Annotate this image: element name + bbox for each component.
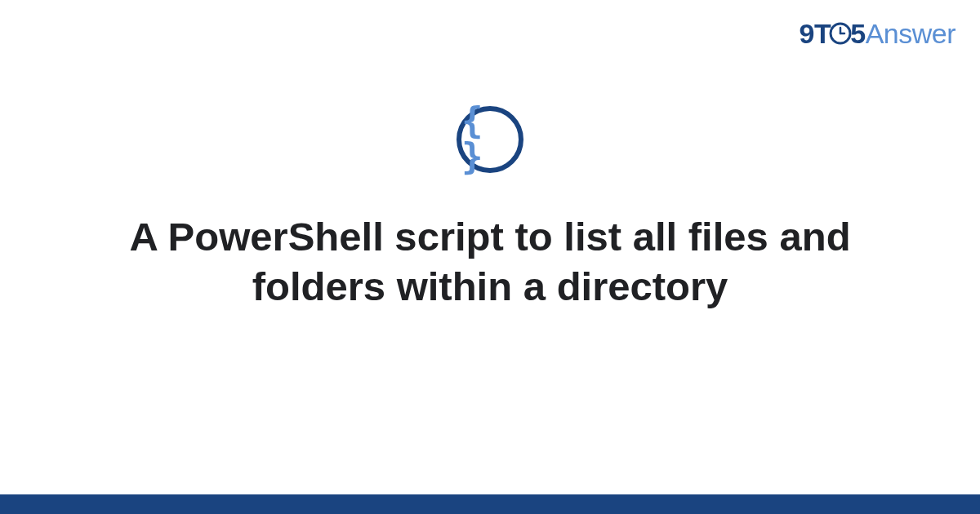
clock-icon — [829, 20, 852, 51]
code-braces-icon: { } — [457, 106, 523, 173]
logo-text-answer: Answer — [866, 18, 956, 49]
brand-logo: 9T5Answer — [800, 18, 956, 51]
logo-text-5: 5 — [850, 18, 865, 49]
bottom-accent-bar — [0, 494, 980, 514]
content-area: { } A PowerShell script to list all file… — [0, 106, 980, 312]
logo-text-9t: 9T — [800, 18, 831, 49]
page-title: A PowerShell script to list all files an… — [82, 212, 898, 312]
brace-glyph: { } — [461, 103, 519, 175]
